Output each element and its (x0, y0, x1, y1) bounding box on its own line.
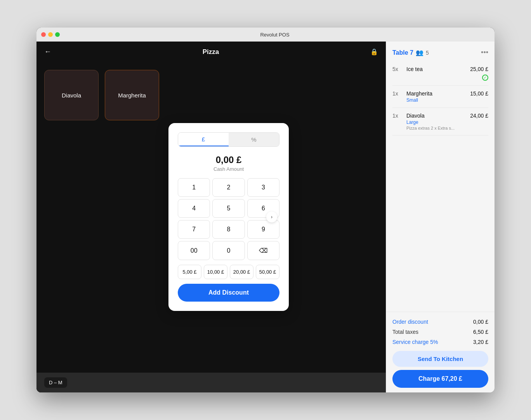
panel-footer: Order discount 0,00 £ Total taxes 6,50 £… (386, 312, 495, 392)
num-0[interactable]: 0 (212, 241, 245, 260)
collapse-panel-arrow[interactable]: › (266, 212, 277, 222)
calc-tabs: £ % (178, 132, 279, 147)
back-button[interactable]: ← (44, 48, 51, 56)
item-price: 25,00 £ (470, 66, 488, 72)
panel-header: Table 7 👥 5 ••• (386, 42, 495, 61)
menu-grid: Diavola Margherita (36, 62, 386, 128)
quick-20[interactable]: 20,00 £ (230, 265, 253, 279)
calc-numpad: 1 2 3 4 5 6 7 8 9 00 0 ⌫ (178, 178, 279, 260)
item-variant: Large (406, 120, 465, 125)
guest-icon: 👥 (416, 49, 423, 56)
quick-50[interactable]: 50,00 £ (256, 265, 279, 279)
service-charge-row: Service charge 5% 3,20 £ (392, 337, 488, 347)
charge-button[interactable]: Charge 67,20 £ (392, 370, 488, 388)
page-title: Pizza (51, 48, 370, 56)
num-4[interactable]: 4 (178, 199, 210, 218)
maximize-button[interactable] (55, 32, 60, 37)
total-taxes-value: 6,50 £ (473, 329, 488, 335)
num-00[interactable]: 00 (178, 241, 210, 260)
item-name: Diavola (406, 113, 465, 119)
backspace-button[interactable]: ⌫ (247, 241, 279, 260)
right-panel: Table 7 👥 5 ••• 5x Ice tea 25,00 £ ✓ (386, 42, 495, 392)
item-price: 24,00 £ (470, 113, 488, 119)
item-extra: Pizza extras 2 x Extra s... (406, 126, 465, 130)
add-discount-button[interactable]: Add Discount (178, 284, 279, 302)
item-details: Diavola Large Pizza extras 2 x Extra s..… (406, 113, 465, 130)
service-charge-label: Service charge 5% (392, 339, 438, 345)
more-options-button[interactable]: ••• (481, 49, 488, 57)
menu-item-margherita[interactable]: Margherita (105, 70, 159, 120)
app-window: Revolut POS ← Pizza 🔒 Diavola Margherita (36, 28, 495, 392)
order-items-list: 5x Ice tea 25,00 £ ✓ 1x Margherita Small (386, 61, 495, 312)
num-9[interactable]: 9 (247, 220, 279, 239)
num-2[interactable]: 2 (212, 178, 245, 197)
item-name: Ice tea (406, 66, 465, 72)
order-item-diavola: 1x Diavola Large Pizza extras 2 x Extra … (392, 108, 488, 135)
item-variant: Small (406, 97, 465, 103)
order-discount-label: Order discount (392, 319, 428, 325)
quick-10[interactable]: 10,00 £ (204, 265, 227, 279)
traffic-lights (41, 32, 60, 37)
minimize-button[interactable] (48, 32, 53, 37)
item-name: Margherita (406, 90, 465, 97)
num-3[interactable]: 3 (247, 178, 279, 197)
send-to-kitchen-button[interactable]: Send To Kitchen (392, 351, 488, 367)
item-details: Ice tea (406, 66, 465, 72)
guest-count: 5 (426, 50, 429, 56)
num-1[interactable]: 1 (178, 178, 210, 197)
tab-percent[interactable]: % (229, 133, 279, 146)
item-details: Margherita Small (406, 90, 465, 103)
num-8[interactable]: 8 (212, 220, 245, 239)
total-taxes-row: Total taxes 6,50 £ (392, 327, 488, 337)
menu-item-diavola[interactable]: Diavola (44, 70, 99, 120)
table-name: Table 7 (392, 49, 413, 56)
calc-amount: 0,00 £ (178, 154, 279, 165)
total-taxes-label: Total taxes (392, 329, 418, 335)
num-5[interactable]: 5 (212, 199, 245, 218)
quick-5[interactable]: 5,00 £ (178, 265, 201, 279)
service-charge-value: 3,20 £ (473, 339, 488, 345)
num-7[interactable]: 7 (178, 220, 210, 239)
item-qty: 5x (392, 66, 402, 72)
bottom-bar: D – M (36, 373, 386, 392)
app-body: ← Pizza 🔒 Diavola Margherita £ % (36, 42, 495, 392)
order-item-icetea: 5x Ice tea 25,00 £ ✓ (392, 61, 488, 86)
calc-display: 0,00 £ Cash Amount (178, 154, 279, 172)
item-qty: 1x (392, 113, 402, 119)
lock-icon: 🔒 (370, 48, 378, 56)
order-discount-value: 0,00 £ (473, 319, 488, 325)
calc-amount-label: Cash Amount (178, 166, 279, 172)
main-area: ← Pizza 🔒 Diavola Margherita £ % (36, 42, 386, 392)
close-button[interactable] (41, 32, 46, 37)
item-qty: 1x (392, 90, 402, 97)
order-discount-row: Order discount 0,00 £ (392, 317, 488, 327)
quick-amounts: 5,00 £ 10,00 £ 20,00 £ 50,00 £ (178, 265, 279, 279)
check-icon: ✓ (482, 75, 488, 81)
item-price: 15,00 £ (470, 90, 488, 97)
table-info: Table 7 👥 5 (392, 49, 429, 56)
tab-pound[interactable]: £ (178, 133, 229, 146)
user-badge: D – M (44, 377, 67, 388)
top-bar: ← Pizza 🔒 (36, 42, 386, 62)
window-title: Revolut POS (60, 32, 490, 38)
title-bar: Revolut POS (36, 28, 495, 42)
order-item-margherita: 1x Margherita Small 15,00 £ (392, 86, 488, 108)
